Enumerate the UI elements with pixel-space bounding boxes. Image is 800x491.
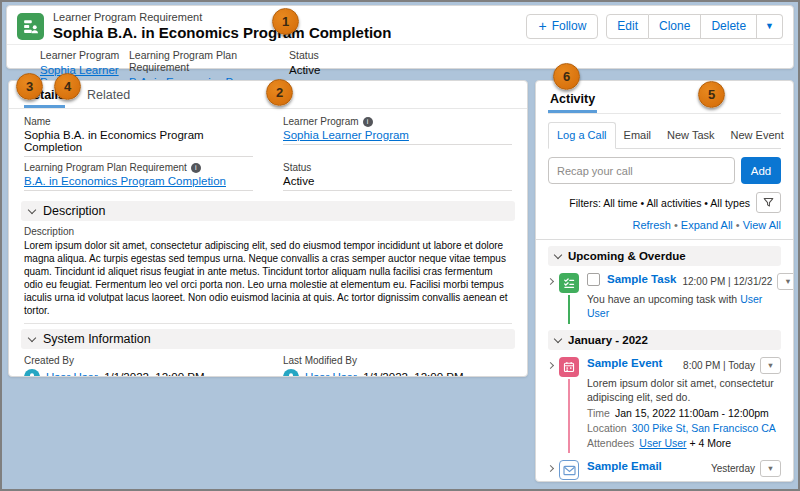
tab-new-task[interactable]: New Task [659, 123, 722, 148]
view-all-link[interactable]: View All [743, 219, 781, 231]
event-time: 8:00 PM | Today [683, 360, 755, 371]
delete-button[interactable]: Delete [701, 14, 757, 39]
email-summary: Lorem ipsum dolor sit amet, consectetur … [587, 480, 781, 482]
event-location-row: Location300 Pike St, San Francisco CA [587, 422, 781, 434]
section-upcoming-overdue[interactable]: Upcoming & Overdue [548, 246, 781, 266]
refresh-link[interactable]: Refresh [632, 219, 671, 231]
follow-button[interactable]: + Follow [526, 14, 598, 39]
page-title: Sophia B.A. in Economics Program Complet… [53, 24, 391, 41]
expand-all-link[interactable]: Expand All [681, 219, 733, 231]
chevron-down-icon [28, 333, 36, 341]
event-attendees-more[interactable]: + 4 More [687, 437, 732, 449]
info-icon[interactable]: i [191, 163, 201, 173]
callout-2: 2 [266, 79, 293, 106]
record-header-top: Learner Program Requirement Sophia B.A. … [7, 6, 793, 44]
event-time-row: TimeJan 15, 2022 11:00am - 12:00pm [587, 407, 781, 419]
email-time: Yesterday [711, 463, 755, 474]
description-field: Description Lorem ipsum dolor sit amet, … [9, 224, 527, 324]
callout-1: 1 [272, 8, 299, 35]
timeline-connector [568, 379, 570, 453]
callout-4: 4 [54, 73, 81, 100]
tab-log-a-call[interactable]: Log a Call [548, 122, 616, 149]
callout-6: 6 [553, 63, 580, 90]
activity-panel: Activity Log a Call Email New Task New E… [535, 80, 794, 482]
status-value: Active [289, 64, 783, 76]
field-name: Name Sophia B.A. in Economics Program Co… [24, 116, 253, 157]
plus-icon: + [538, 19, 546, 33]
tab-new-event[interactable]: New Event [723, 123, 792, 148]
chevron-right-icon[interactable] [547, 278, 554, 285]
tab-activity[interactable]: Activity [548, 92, 597, 113]
task-summary: You have an upcoming task with User User [587, 293, 781, 320]
timeline-item-task: Sample Task 12:00 PM | 12/31/22 ▼ You ha… [548, 266, 781, 324]
section-january-2022[interactable]: January - 2022 [548, 330, 781, 350]
chevron-down-icon [554, 250, 562, 258]
task-checkbox[interactable] [587, 273, 600, 286]
task-title-link[interactable]: Sample Task [607, 273, 676, 285]
event-attendee-link[interactable]: User User [639, 437, 686, 449]
event-actions-dropdown[interactable]: ▼ [760, 357, 781, 374]
recap-call-input[interactable] [548, 157, 735, 184]
avatar [24, 369, 40, 377]
field-plan-requirement: Learning Program Plan Requirementi B.A. … [24, 162, 253, 191]
last-modified-user-link[interactable]: User User [305, 371, 357, 377]
field-created-by: Created By User User, 1/1/2022, 12:00 PM [24, 355, 253, 377]
chevron-right-icon[interactable] [547, 362, 554, 369]
event-summary: Lorem ipsum dolor sit amet, consectetur … [587, 377, 781, 404]
funnel-icon [763, 197, 774, 208]
call-composer: Add [548, 157, 781, 184]
clone-button[interactable]: Clone [649, 14, 701, 39]
tab-related[interactable]: Related [87, 88, 130, 108]
details-panel: Details Related Name Sophia B.A. in Econ… [8, 80, 528, 377]
divider [536, 239, 793, 240]
activity-links-row: Refresh•Expand All•View All [548, 219, 781, 231]
timeline-connector [568, 295, 570, 324]
field-last-modified-by: Last Modified By User User, 1/1/2022, 12… [283, 355, 512, 377]
more-actions-button[interactable]: ▼ [757, 14, 783, 39]
learner-program-detail-link[interactable]: Sophia Learner Program [283, 129, 409, 141]
field-learner-program: Learner Programi Sophia Learner Program [283, 116, 512, 157]
chevron-right-icon[interactable] [547, 465, 554, 472]
filter-button[interactable] [756, 192, 781, 213]
task-actions-dropdown[interactable]: ▼ [777, 273, 794, 290]
detail-field-grid: Name Sophia B.A. in Economics Program Co… [9, 109, 527, 196]
plan-requirement-detail-link[interactable]: B.A. in Economics Program Completion [24, 175, 226, 187]
activity-tab-row: Activity [548, 89, 781, 114]
task-icon [559, 273, 579, 293]
event-icon [559, 357, 579, 377]
callout-5: 5 [698, 81, 725, 108]
event-attendees-row: AttendeesUser User + 4 More [587, 437, 781, 449]
chevron-down-icon [28, 205, 36, 213]
record-header-card: Learner Program Requirement Sophia B.A. … [6, 5, 794, 69]
event-title-link[interactable]: Sample Event [587, 357, 662, 369]
composer-tabs: Log a Call Email New Task New Event [548, 122, 781, 149]
chevron-down-icon: ▼ [765, 21, 774, 31]
activity-filters-row: Filters: All time • All activities • All… [548, 192, 781, 213]
description-text: Lorem ipsum dolor sit amet, consectetur … [24, 237, 512, 324]
tab-email[interactable]: Email [616, 123, 660, 148]
avatar [283, 369, 299, 377]
info-icon[interactable]: i [363, 117, 373, 127]
section-description[interactable]: Description [21, 201, 515, 221]
edit-button[interactable]: Edit [606, 14, 649, 39]
section-system-information[interactable]: System Information [21, 329, 515, 349]
chevron-down-icon [554, 334, 562, 342]
learner-program-requirement-icon [17, 13, 44, 40]
add-button[interactable]: Add [741, 157, 781, 184]
timeline-item-event: Sample Event 8:00 PM | Today ▼ Lorem ips… [548, 350, 781, 453]
event-location-link[interactable]: 300 Pike St, San Francisco CA [632, 422, 776, 434]
record-action-button-group: Edit Clone Delete ▼ [606, 14, 783, 39]
callout-3: 3 [16, 73, 43, 100]
entity-type-label: Learner Program Requirement [53, 11, 391, 23]
filters-text: Filters: All time • All activities • All… [569, 197, 750, 209]
email-title-link[interactable]: Sample Email [587, 460, 662, 472]
header-actions: + Follow Edit Clone Delete ▼ [526, 14, 783, 39]
system-info-grid: Created By User User, 1/1/2022, 12:00 PM… [9, 352, 527, 377]
task-time: 12:00 PM | 12/31/22 [682, 276, 772, 287]
timeline-item-email: Sample Email Yesterday ▼ Lorem ipsum dol… [548, 453, 781, 482]
field-status: Status Active [283, 162, 512, 191]
email-actions-dropdown[interactable]: ▼ [760, 460, 781, 477]
created-by-user-link[interactable]: User User [46, 371, 98, 377]
email-icon [559, 460, 579, 480]
